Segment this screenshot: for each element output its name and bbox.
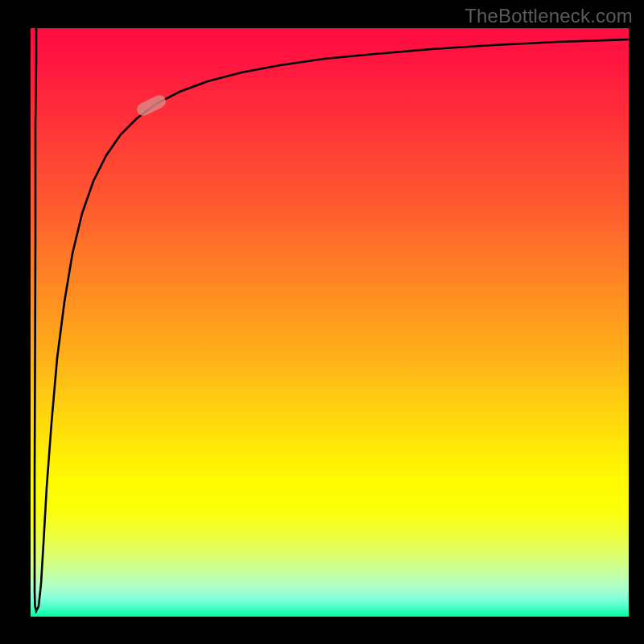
chart-container: TheBottleneck.com	[0, 0, 644, 644]
attribution-text: TheBottleneck.com	[464, 5, 633, 27]
bottleneck-curve	[31, 28, 629, 617]
plot-area	[31, 28, 629, 617]
curve-path	[35, 28, 629, 611]
